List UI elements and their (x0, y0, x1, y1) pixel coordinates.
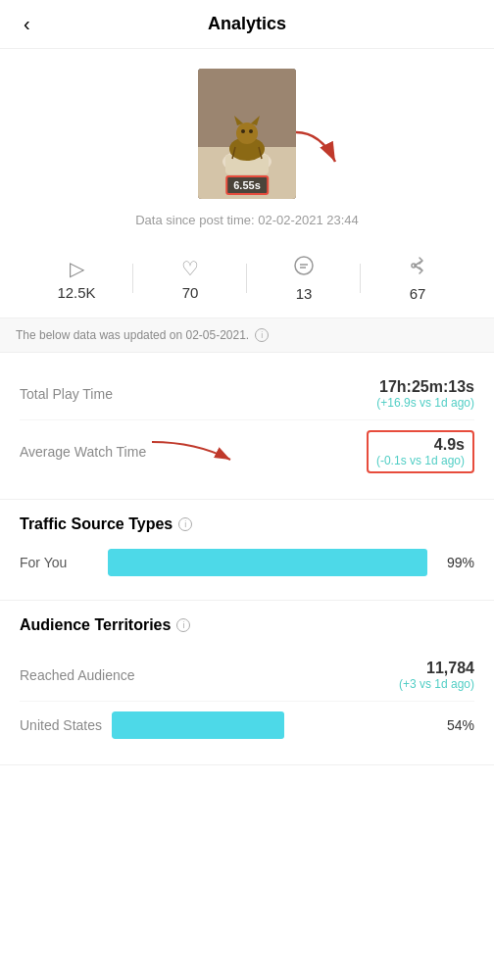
traffic-source-section: Traffic Source Types i For You 99% (0, 500, 494, 601)
audience-title: Audience Territories (20, 616, 171, 634)
total-play-time-value: 17h:25m:13s (376, 378, 474, 396)
reached-audience-change: (+3 vs 1d ago) (399, 677, 474, 691)
play-icon: ▷ (70, 257, 84, 280)
stat-shares: 67 (361, 255, 474, 302)
traffic-source-title: Traffic Source Types (20, 515, 173, 533)
share-icon (407, 255, 428, 281)
avg-watch-time-row: Average Watch Time 4.9s (-0.1s vs 1d ago… (20, 420, 474, 483)
update-notice: The below data was updated on 02-05-2021… (0, 318, 494, 353)
stat-comments: 13 (247, 255, 361, 302)
video-section: Clever Cat 🐱🐱 shitting in the toilet (0, 49, 494, 239)
stats-row: ▷ 12.5K ♡ 70 13 67 (0, 239, 494, 318)
traffic-bar-fill (108, 549, 427, 576)
comment-icon (293, 255, 315, 281)
total-play-time-value-block: 17h:25m:13s (+16.9s vs 1d ago) (376, 378, 474, 410)
comments-value: 13 (296, 285, 313, 302)
total-play-time-change: (+16.9s vs 1d ago) (376, 396, 474, 410)
traffic-for-you-label: For You (20, 555, 98, 570)
thumbnail-image: Clever Cat 🐱🐱 shitting in the toilet (198, 69, 296, 199)
us-bar-group: 54% (112, 711, 474, 739)
reached-audience-label: Reached Audience (20, 667, 135, 683)
metrics-section: Total Play Time 17h:25m:13s (+16.9s vs 1… (0, 353, 494, 500)
video-duration-badge: 6.55s (225, 175, 269, 195)
us-bar-container (112, 711, 430, 739)
us-bar-percent: 54% (440, 717, 474, 733)
update-notice-text: The below data was updated on 02-05-2021… (16, 328, 249, 342)
avg-watch-time-label: Average Watch Time (20, 444, 146, 460)
traffic-bar-container (108, 549, 430, 576)
audience-info-icon[interactable]: i (176, 618, 190, 632)
heart-icon: ♡ (181, 257, 199, 280)
back-button[interactable]: ‹ (16, 9, 38, 39)
us-label: United States (20, 717, 102, 733)
reached-audience-number: 11,784 (399, 660, 474, 677)
svg-point-8 (241, 129, 245, 133)
info-icon[interactable]: i (255, 328, 269, 342)
plays-value: 12.5K (57, 284, 95, 301)
reached-audience-row: Reached Audience 11,784 (+3 vs 1d ago) (20, 650, 474, 702)
shares-value: 67 (410, 285, 426, 302)
stat-plays: ▷ 12.5K (20, 257, 133, 301)
svg-point-16 (412, 264, 416, 268)
total-play-time-row: Total Play Time 17h:25m:13s (+16.9s vs 1… (20, 368, 474, 420)
likes-value: 70 (182, 284, 199, 301)
audience-header: Audience Territories i (20, 616, 474, 634)
traffic-info-icon[interactable]: i (178, 517, 192, 531)
traffic-for-you-row: For You 99% (20, 549, 474, 576)
stat-likes: ♡ 70 (133, 257, 247, 301)
traffic-for-you-percent: 99% (440, 555, 474, 570)
video-thumbnail[interactable]: Clever Cat 🐱🐱 shitting in the toilet (198, 69, 296, 199)
avg-watch-time-change: (-0.1s vs 1d ago) (376, 454, 465, 467)
header: ‹ Analytics (0, 0, 494, 49)
traffic-source-header: Traffic Source Types i (20, 515, 474, 533)
avg-watch-time-value: 4.9s (376, 436, 465, 454)
avg-watch-arrow (147, 432, 245, 471)
avg-watch-time-value-block: 4.9s (-0.1s vs 1d ago) (367, 430, 474, 473)
us-audience-row: United States 54% (20, 702, 474, 749)
svg-point-13 (295, 257, 313, 274)
data-since-text: Data since post time: 02-02-2021 23:44 (135, 213, 359, 227)
arrow-indicator (291, 127, 350, 176)
audience-section: Audience Territories i Reached Audience … (0, 601, 494, 765)
svg-point-5 (236, 122, 258, 144)
us-bar-fill (112, 711, 283, 739)
svg-point-9 (249, 129, 253, 133)
reached-audience-value-block: 11,784 (+3 vs 1d ago) (399, 660, 474, 691)
page-title: Analytics (208, 14, 286, 34)
total-play-time-label: Total Play Time (20, 386, 113, 402)
